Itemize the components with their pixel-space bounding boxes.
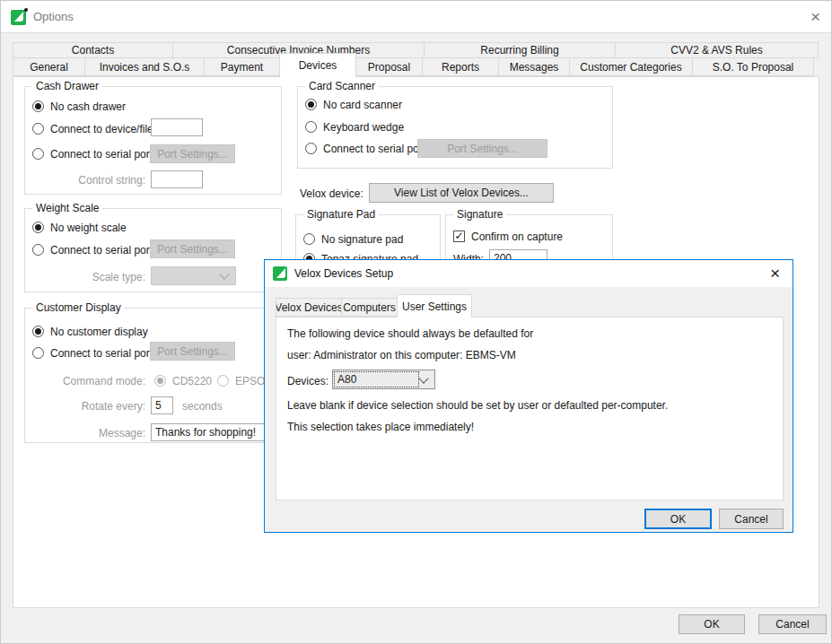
app-icon bbox=[10, 8, 28, 26]
radio-icon bbox=[154, 375, 166, 387]
dialog-cancel-button[interactable]: Cancel bbox=[719, 509, 784, 529]
seconds-label: seconds bbox=[182, 400, 223, 413]
rotate-every-input[interactable] bbox=[151, 396, 173, 414]
view-velox-devices-button[interactable]: View List of Velox Devices... bbox=[369, 183, 554, 203]
tab-devices[interactable]: Devices bbox=[279, 53, 356, 77]
dialog-ok-button[interactable]: OK bbox=[644, 509, 712, 529]
tab-general[interactable]: General bbox=[13, 57, 85, 76]
checkbox-confirm-on-capture[interactable]: Confirm on capture bbox=[453, 230, 563, 243]
radio-no-weight-scale[interactable]: No weight scale bbox=[32, 221, 127, 234]
radio-no-cash-drawer[interactable]: No cash drawer bbox=[32, 100, 126, 113]
tab-reports[interactable]: Reports bbox=[422, 57, 499, 76]
dialog-line1: The following device should always be de… bbox=[287, 327, 533, 340]
tab-velox-devices[interactable]: Velox Devices bbox=[276, 298, 342, 317]
dialog-line2: user: Administrator on this computer: EB… bbox=[287, 349, 516, 361]
radio-icon bbox=[32, 222, 44, 233]
tab-proposal[interactable]: Proposal bbox=[355, 57, 423, 76]
radio-icon bbox=[32, 244, 44, 256]
control-string-label: Control string: bbox=[25, 174, 145, 187]
velox-device-label: Velox device: bbox=[300, 187, 363, 200]
rotate-every-label: Rotate every: bbox=[25, 400, 145, 413]
radio-icon bbox=[217, 375, 229, 387]
tab-recurring-billing[interactable]: Recurring Billing bbox=[424, 42, 616, 58]
options-window: Options × Contacts Consecutive Invoice N… bbox=[0, 0, 832, 644]
radio-icon bbox=[305, 99, 317, 110]
footer: OK Cancel bbox=[1, 608, 831, 644]
cash-port-settings-button: Port Settings... bbox=[150, 144, 235, 163]
scale-port-settings-button: Port Settings... bbox=[150, 239, 235, 258]
radio-no-customer-display[interactable]: No customer display bbox=[32, 325, 148, 338]
radio-scanner-serial-port[interactable]: Connect to serial port: bbox=[305, 142, 428, 155]
radio-icon bbox=[32, 347, 44, 359]
radio-cd5220: CD5220 bbox=[154, 374, 212, 387]
radio-label: Connect to device/file: bbox=[50, 123, 156, 135]
dialog-content: The following device should always be de… bbox=[276, 317, 784, 500]
radio-icon bbox=[32, 326, 44, 337]
chevron-down-icon bbox=[219, 269, 229, 279]
cancel-button[interactable]: Cancel bbox=[758, 614, 827, 634]
tab-strip-bottom: General Invoices and S.O.s Payment Devic… bbox=[13, 57, 814, 76]
radio-no-signature-pad[interactable]: No signature pad bbox=[303, 232, 403, 246]
dialog-line3: Leave blank if device selection should b… bbox=[287, 399, 668, 412]
tab-customer-categories[interactable]: Customer Categories bbox=[569, 57, 693, 76]
control-string-input[interactable] bbox=[151, 170, 203, 188]
radio-cash-serial-port[interactable]: Connect to serial port: bbox=[32, 147, 155, 161]
card-scanner-group: Card Scanner No card scanner Keyboard we… bbox=[297, 86, 613, 169]
devices-label: Devices: bbox=[287, 375, 328, 387]
dialog-title-bar: Velox Devices Setup × bbox=[265, 260, 793, 287]
message-label: Message: bbox=[25, 427, 145, 439]
checkbox-label: Confirm on capture bbox=[471, 231, 563, 243]
velox-devices-setup-dialog: Velox Devices Setup × Velox Devices Comp… bbox=[264, 259, 793, 533]
dialog-app-icon bbox=[273, 265, 289, 284]
dialog-tab-strip: Velox Devices Computers User Settings bbox=[276, 298, 472, 317]
window-title: Options bbox=[33, 10, 74, 23]
radio-keyboard-wedge[interactable]: Keyboard wedge bbox=[305, 120, 404, 134]
radio-label: Connect to serial port: bbox=[323, 143, 428, 155]
radio-connect-device-file[interactable]: Connect to device/file: bbox=[32, 122, 156, 135]
radio-label: No signature pad bbox=[321, 233, 403, 246]
signature-pad-title: Signature Pad bbox=[303, 208, 379, 221]
cash-drawer-title: Cash Drawer bbox=[32, 80, 102, 92]
tab-so-to-proposal[interactable]: S.O. To Proposal bbox=[692, 57, 814, 76]
devices-dropdown[interactable]: A80 bbox=[332, 370, 435, 389]
radio-display-serial-port[interactable]: Connect to serial port: bbox=[32, 346, 155, 360]
radio-icon bbox=[32, 148, 44, 160]
tab-messages[interactable]: Messages bbox=[498, 57, 570, 76]
customer-display-group: Customer Display No customer display Con… bbox=[24, 308, 282, 443]
customer-display-title: Customer Display bbox=[32, 301, 125, 314]
tab-cvv2-avs-rules[interactable]: CVV2 & AVS Rules bbox=[615, 42, 819, 58]
tab-contacts[interactable]: Contacts bbox=[13, 42, 173, 58]
radio-label: Connect to serial port: bbox=[50, 148, 155, 161]
tab-user-settings[interactable]: User Settings bbox=[397, 294, 472, 318]
radio-label: CD5220 bbox=[172, 375, 212, 387]
cash-drawer-group: Cash Drawer No cash drawer Connect to de… bbox=[24, 86, 282, 195]
dialog-line4: This selection takes place immediately! bbox=[287, 421, 474, 433]
radio-icon bbox=[32, 123, 44, 135]
command-mode-label: Command mode: bbox=[25, 375, 145, 387]
scale-type-value bbox=[153, 275, 219, 277]
radio-label: No cash drawer bbox=[50, 100, 126, 113]
close-icon[interactable]: × bbox=[810, 8, 820, 25]
tab-strip-top: Contacts Consecutive Invoice Numbers Rec… bbox=[13, 42, 819, 58]
checkmark-icon bbox=[453, 231, 465, 242]
device-file-input[interactable] bbox=[151, 118, 203, 136]
signature-title: Signature bbox=[453, 208, 506, 221]
radio-icon bbox=[32, 100, 44, 112]
radio-no-card-scanner[interactable]: No card scanner bbox=[305, 98, 402, 111]
title-bar: Options × bbox=[1, 1, 831, 33]
radio-label: No card scanner bbox=[323, 99, 402, 111]
ok-button[interactable]: OK bbox=[679, 614, 745, 634]
tab-payment[interactable]: Payment bbox=[204, 57, 280, 76]
tab-computers[interactable]: Computers bbox=[341, 298, 398, 317]
devices-value: A80 bbox=[335, 372, 418, 387]
radio-icon bbox=[303, 233, 315, 245]
radio-scale-serial-port[interactable]: Connect to serial port: bbox=[32, 243, 155, 257]
card-scanner-title: Card Scanner bbox=[305, 80, 379, 92]
radio-label: No weight scale bbox=[50, 222, 127, 234]
weight-scale-group: Weight Scale No weight scale Connect to … bbox=[24, 208, 282, 292]
tab-invoices-and-sos[interactable]: Invoices and S.O.s bbox=[84, 57, 205, 76]
radio-icon bbox=[305, 121, 317, 133]
radio-label: Connect to serial port: bbox=[50, 244, 155, 257]
scale-type-dropdown bbox=[151, 266, 236, 285]
dialog-close-icon[interactable]: × bbox=[770, 265, 780, 282]
